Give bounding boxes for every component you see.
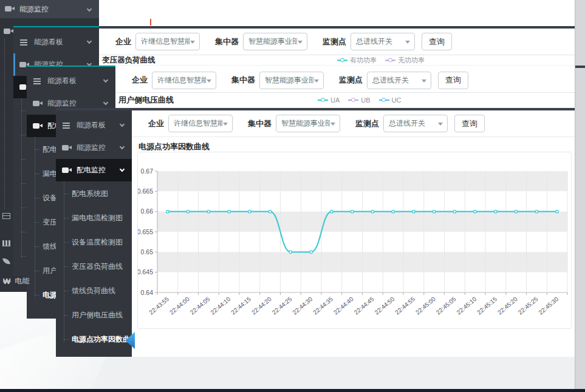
svg-text:22:45:05: 22:45:05 <box>435 296 457 316</box>
sidebar-item-energy-board[interactable]: 能源看板 <box>56 114 132 137</box>
sidebar-item-energy-monitor[interactable]: 能源监控 <box>56 137 132 159</box>
svg-text:22:44:35: 22:44:35 <box>312 296 334 316</box>
camera-icon <box>33 100 43 107</box>
svg-text:22:45:10: 22:45:10 <box>456 296 478 316</box>
monitor-point-select[interactable]: 总进线开关 <box>383 115 448 132</box>
svg-text:22:44:10: 22:44:10 <box>210 296 232 316</box>
camera-icon <box>33 123 43 130</box>
concentrator-label: 集中器 <box>215 36 239 47</box>
submenu-item-transformer-load[interactable]: 变压器负荷曲线 <box>56 254 132 279</box>
svg-text:0.64: 0.64 <box>141 289 154 296</box>
select-arrow-icon <box>190 41 195 44</box>
submenu-item-leakage-current[interactable]: 漏电电流检测图 <box>56 206 132 230</box>
svg-text:0.67: 0.67 <box>141 167 154 175</box>
chevron-down-icon <box>103 100 108 105</box>
svg-text:22:44:50: 22:44:50 <box>374 296 396 316</box>
submenu-item-feeder-load[interactable]: 馈线负荷曲线 <box>56 279 132 303</box>
enterprise-label: 企业 <box>132 75 148 86</box>
monitor-point-label: 监测点 <box>355 118 379 129</box>
chevron-down-icon <box>120 144 125 149</box>
chart-title: 用户侧电压曲线 <box>118 95 174 106</box>
list-icon <box>33 78 43 85</box>
red-cursor-mark <box>150 19 151 25</box>
submenu-item-distribution-diagram[interactable]: 配电系统图 <box>56 181 132 206</box>
sidebar-item-label: 能源看板 <box>47 76 77 86</box>
query-button[interactable]: 查询 <box>438 72 468 89</box>
svg-text:22:44:00: 22:44:00 <box>168 296 191 316</box>
filter-toolbar: 企业 许继信息智慧能源 集中器 智慧能源事业部 监测点 总进线开关 查询 <box>115 68 575 92</box>
sidebar-layer-4: 能源看板 能源监控 配电监控 配电系统图 漏电电流检测图 设备温度检测图 变压器… <box>56 110 132 357</box>
chevron-down-icon <box>103 78 108 83</box>
sidebar-item-energy-monitor[interactable]: 能源监控 <box>0 0 99 18</box>
svg-text:22:45:00: 22:45:00 <box>414 296 437 316</box>
select-arrow-icon <box>422 79 426 83</box>
monitor-point-select[interactable]: 总进线开关 <box>367 72 431 89</box>
svg-text:22:44:55: 22:44:55 <box>394 296 416 316</box>
chevron-down-icon <box>87 7 92 12</box>
svg-text:0.655: 0.655 <box>138 228 153 235</box>
svg-text:22:44:30: 22:44:30 <box>292 296 314 316</box>
won-sign-icon: ₩ <box>3 277 10 286</box>
window-layer-4: 能源看板 能源监控 配电监控 配电系统图 漏电电流检测图 设备温度检测图 变压器… <box>56 108 575 357</box>
sidebar-item-label: 电能 <box>15 276 29 286</box>
sidebar-item-label: 配电监控 <box>77 165 106 175</box>
query-button[interactable]: 查询 <box>454 115 485 132</box>
sidebar-item-energy-board[interactable]: 能源看板 <box>27 70 115 92</box>
sidebar-item-energy-metering[interactable]: ₩ 电能 <box>3 276 29 286</box>
svg-text:0.65: 0.65 <box>141 248 154 255</box>
svg-text:22:45:25: 22:45:25 <box>517 296 539 316</box>
content-layer-1 <box>99 0 575 28</box>
legend-item-ub[interactable]: UB <box>348 96 370 104</box>
submenu-item-device-temperature[interactable]: 设备温度检测图 <box>56 230 132 254</box>
svg-text:0.645: 0.645 <box>138 268 153 275</box>
monitor-point-label: 监测点 <box>323 36 346 47</box>
svg-text:22:44:20: 22:44:20 <box>250 296 273 316</box>
transformer-chart-header: 变压器负荷曲线 有功功率 无功功率 <box>99 55 575 65</box>
submenu-item-user-voltage[interactable]: 用户侧电压曲线 <box>56 303 132 327</box>
sidebar-item-label: 能源监控 <box>47 98 77 109</box>
power-factor-chart-canvas: 0.670.6650.660.6550.650.6450.6422:43:552… <box>138 152 572 329</box>
legend-item-uc[interactable]: UC <box>379 96 402 104</box>
submenu-item-power-factor[interactable]: 电源点功率因数曲线 <box>56 327 132 351</box>
concentrator-label: 集中器 <box>231 75 255 86</box>
legend-marker <box>379 100 389 101</box>
concentrator-label: 集中器 <box>248 118 272 129</box>
legend-item-active-power[interactable]: 有功功率 <box>337 56 377 65</box>
enterprise-select[interactable]: 许继信息智慧能源 <box>135 33 200 50</box>
enterprise-select[interactable]: 许继信息智慧能源 <box>168 115 233 132</box>
bar-chart-icon <box>2 240 10 246</box>
select-arrow-icon <box>405 41 410 44</box>
monitor-point-label: 监测点 <box>339 75 363 86</box>
content-layer-2: 企业 许继信息智慧能源 集中器 智慧能源事业部 监测点 总进线开关 查询 变压器… <box>99 26 575 65</box>
select-arrow-icon <box>330 123 335 126</box>
svg-text:22:45:15: 22:45:15 <box>476 296 498 316</box>
legend-marker <box>385 59 395 61</box>
monitor-point-select[interactable]: 总进线开关 <box>351 33 415 50</box>
power-factor-chart-title: 电源点功率因数曲线 <box>139 141 575 152</box>
concentrator-select[interactable]: 智慧能源事业部 <box>259 72 324 89</box>
content-layer-3: 企业 许继信息智慧能源 集中器 智慧能源事业部 监测点 总进线开关 查询 用户侧… <box>115 66 575 107</box>
sidebar-item-label: 能源监控 <box>77 143 106 153</box>
enterprise-select[interactable]: 许继信息智慧能源 <box>152 72 216 89</box>
page-scrollbar-track[interactable] <box>575 0 585 392</box>
sidebar-item-energy-board[interactable]: 能源看板 <box>13 31 99 53</box>
legend-item-reactive-power[interactable]: 无功功率 <box>385 56 425 65</box>
dark-top-border <box>99 26 575 29</box>
concentrator-select[interactable]: 智慧能源事业部 <box>276 115 340 132</box>
svg-text:0.665: 0.665 <box>138 188 153 195</box>
sidebar-item-distribution-monitor[interactable]: 配电监控 <box>56 159 132 181</box>
list-icon <box>62 122 72 129</box>
legend-marker <box>337 59 347 61</box>
film-icon <box>2 213 10 219</box>
chart-legend: 有功功率 无功功率 <box>337 56 425 65</box>
select-arrow-icon <box>223 123 228 126</box>
svg-text:22:45:20: 22:45:20 <box>496 296 519 316</box>
chevron-down-icon <box>87 39 92 44</box>
svg-text:22:44:05: 22:44:05 <box>189 296 211 316</box>
query-button[interactable]: 查询 <box>422 33 452 50</box>
concentrator-select[interactable]: 智慧能源事业部 <box>243 33 307 50</box>
tree-guide-line <box>4 39 5 210</box>
legend-marker <box>318 100 328 101</box>
legend-item-ua[interactable]: UA <box>318 96 340 104</box>
select-arrow-icon <box>207 79 211 83</box>
